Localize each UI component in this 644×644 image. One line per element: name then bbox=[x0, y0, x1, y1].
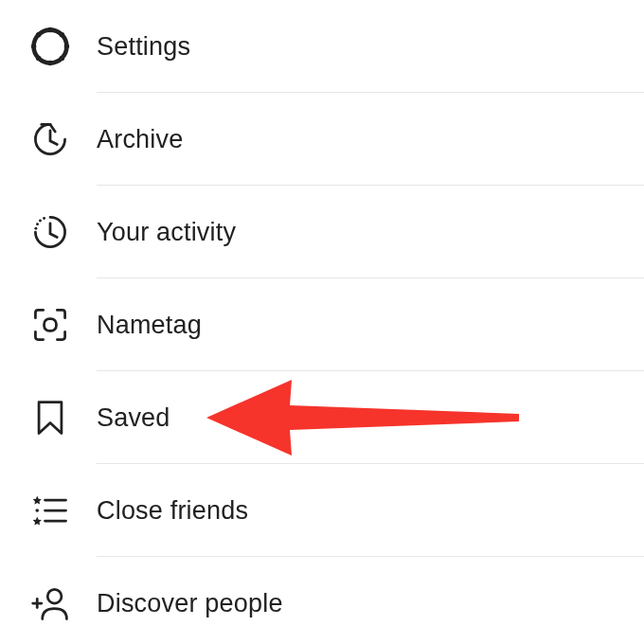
menu-label: Archive bbox=[97, 125, 183, 154]
menu-item-settings[interactable]: Settings bbox=[0, 0, 644, 93]
settings-menu-list: Settings Archive Your activity bbox=[0, 0, 644, 644]
svg-point-23 bbox=[35, 509, 39, 512]
svg-marker-22 bbox=[33, 495, 42, 504]
svg-point-15 bbox=[39, 220, 42, 223]
svg-point-25 bbox=[47, 589, 62, 603]
archive-icon bbox=[27, 116, 74, 163]
svg-marker-24 bbox=[33, 516, 42, 525]
menu-label: Close friends bbox=[97, 496, 248, 526]
svg-rect-17 bbox=[45, 319, 57, 331]
menu-label: Your activity bbox=[97, 218, 236, 247]
menu-label: Nametag bbox=[97, 311, 202, 340]
menu-label: Saved bbox=[97, 403, 170, 433]
bookmark-icon bbox=[27, 394, 74, 441]
svg-point-14 bbox=[36, 223, 39, 225]
nametag-icon bbox=[27, 301, 74, 349]
svg-marker-18 bbox=[39, 402, 62, 434]
menu-label: Discover people bbox=[97, 589, 283, 618]
menu-item-close-friends[interactable]: Close friends bbox=[0, 464, 644, 557]
gear-icon bbox=[27, 23, 74, 70]
menu-label: Settings bbox=[97, 32, 190, 62]
svg-point-12 bbox=[39, 35, 62, 58]
menu-item-nametag[interactable]: Nametag bbox=[0, 278, 644, 371]
svg-point-13 bbox=[34, 227, 37, 230]
svg-point-16 bbox=[43, 217, 45, 220]
activity-icon bbox=[27, 208, 74, 256]
menu-item-your-activity[interactable]: Your activity bbox=[0, 186, 644, 278]
menu-item-discover-people[interactable]: Discover people bbox=[0, 557, 644, 644]
close-friends-icon bbox=[27, 487, 74, 534]
menu-item-saved[interactable]: Saved bbox=[0, 371, 644, 464]
discover-people-icon bbox=[27, 580, 74, 627]
menu-item-archive[interactable]: Archive bbox=[0, 93, 644, 186]
